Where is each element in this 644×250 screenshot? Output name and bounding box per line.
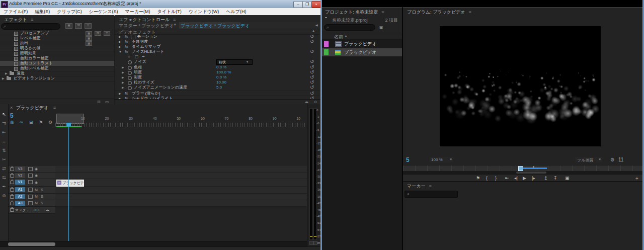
track-mute-button[interactable]: M [35,200,38,206]
track-name-A3[interactable]: A3 [15,201,25,206]
track-output-eye-icon[interactable]: ◉ [35,166,38,172]
mini-scrollbar-thumb[interactable] [516,172,546,174]
param-row-2[interactable]: ▶明度100.0 %↺ [115,70,320,75]
close-button[interactable]: × [311,1,321,8]
minimize-button[interactable]: – [293,1,303,8]
track-name-V2[interactable]: V2 [15,173,25,178]
panel-menu-icon[interactable]: ≡ [429,184,431,189]
disclosure-open-icon[interactable]: ▼ [119,49,122,54]
menu-編集(E)[interactable]: 編集(E) [31,8,53,15]
panel-menu-icon[interactable]: ≡ [469,10,471,15]
effect-row-1[interactable]: ▶fx不透明度↺ [115,39,320,44]
param-row-5[interactable]: ▶ノイズアニメーションの速度5.0↺ [115,85,320,90]
track-name-V1[interactable]: V1 [15,180,25,185]
param-row-4[interactable]: ▶粒のサイズ10.00↺ [115,80,320,85]
project-item-sequence[interactable]: ブラックビデオ [322,48,402,56]
track-name-V3[interactable]: V3 [15,166,25,172]
scrub-playhead[interactable] [518,166,523,171]
menu-ウィンドウ(W)[interactable]: ウィンドウ(W) [185,8,223,15]
track-solo-button[interactable]: S [41,187,43,193]
settings-wrench-icon[interactable]: ⚙ [610,157,615,162]
reset-param-icon[interactable]: ↺ [310,59,314,64]
track-header-A1[interactable]: A1MS [9,187,55,194]
menu-ヘルプ(H)[interactable]: ヘルプ(H) [222,8,250,15]
source-patch-icon[interactable] [28,188,33,192]
source-patch-icon[interactable] [28,201,33,205]
filter-bin-icon[interactable]: ▣ [379,25,383,30]
track-lock-icon[interactable] [10,202,14,205]
reset-effect-icon[interactable]: ↺ [310,49,314,54]
disclosure-arrow-icon[interactable]: ▶ [122,70,124,75]
param-value[interactable]: 100.0 % [216,70,231,75]
markers-search[interactable]: ⌕ [405,191,458,198]
source-patch-icon[interactable] [28,174,33,178]
param-value[interactable]: 0.0 % [216,65,226,70]
track-header-V1[interactable]: V1◉ [9,179,55,187]
track-lane-A3[interactable] [55,200,307,207]
menu-ファイル(F)[interactable]: ファイル(F) [0,8,31,15]
track-solo-button[interactable]: S [41,200,43,206]
stopwatch-icon[interactable] [128,76,132,80]
param-row-1[interactable]: ▶色相0.0 %↺ [115,65,320,70]
stopwatch-icon[interactable] [128,60,132,64]
param-value[interactable]: 0.0 % [216,75,226,80]
keyframe-nav-icon[interactable]: ◂▸ [305,100,308,104]
track-header-master[interactable]: マスター0.0◂▸ [9,207,55,214]
track-lock-icon[interactable] [10,208,14,212]
markers-search-input[interactable] [411,191,450,197]
source-patch-icon[interactable] [28,195,33,199]
zoom-level-select[interactable]: 100 % ▾ [429,157,453,162]
disclosure-arrow-icon[interactable]: ▶ [2,76,5,81]
track-header-A3[interactable]: A3MS [9,200,55,207]
hscrollbar-thumb[interactable] [8,242,55,246]
track-mute-button[interactable]: M [35,187,38,193]
param-value[interactable]: 10.00 [216,80,226,85]
track-output-eye-icon[interactable]: ◉ [35,173,38,179]
panel-menu-icon[interactable]: ≡ [381,10,384,15]
mini-timeline-icon[interactable]: ⊙ [314,100,317,104]
effects-folder-row[interactable]: ▶ビデオトランジション [0,76,114,81]
stopwatch-icon[interactable] [128,71,132,75]
disclosure-arrow-icon[interactable]: ▶ [122,85,124,90]
track-lane-A2[interactable] [55,194,307,200]
project-search-input[interactable] [331,25,368,30]
menu-マーカー(M)[interactable]: マーカー(M) [122,8,154,15]
noise-type-dropdown[interactable]: 粒状▾ [216,59,253,65]
effect-row-2[interactable]: ▶fxタイムリマップ [115,44,320,49]
program-timecode[interactable]: 5 [406,156,410,163]
track-lock-icon[interactable] [10,195,14,199]
mask-ellipse-icon[interactable]: ○ [128,54,130,59]
master-volume-value[interactable]: 0.0 [34,207,39,213]
track-header-A2[interactable]: A2MS [9,194,55,200]
window-titlebar[interactable]: Pr Adobe Premiere Pro CC - J:¥dokococo¥o… [0,0,320,9]
keyframe-nav-icon[interactable]: ◂▸ [46,207,49,213]
playhead-line[interactable] [68,126,69,241]
reset-param-icon[interactable]: ↺ [310,85,314,90]
project-item-clip[interactable]: ブラックビデオ [322,40,402,48]
restore-button[interactable]: ❐ [302,1,312,8]
track-lock-icon[interactable] [10,168,14,171]
source-patch-icon[interactable] [28,180,33,184]
track-lock-icon[interactable] [10,188,14,192]
new-custom-bin-icon[interactable]: ⊞ [97,100,101,104]
menu-タイトル(T)[interactable]: タイトル(T) [153,8,185,15]
param-row-0[interactable]: ノイズ粒状▾↺ [115,59,320,64]
track-lane-V2[interactable] [55,173,307,179]
stopwatch-icon[interactable] [128,81,132,85]
track-lane-V1[interactable] [55,179,307,187]
track-lane-V3[interactable] [55,166,307,173]
track-name-A1[interactable]: A1 [15,187,25,192]
timeline-clip-black-video[interactable]: fx ブラックビデオ [56,180,84,187]
source-patch-icon[interactable] [28,167,33,171]
track-lock-icon[interactable] [10,181,14,184]
track-solo-button[interactable]: S [41,194,43,200]
track-header-V2[interactable]: V2◉ [9,173,55,179]
track-output-eye-icon[interactable]: ◉ [35,179,38,186]
track-header-V3[interactable]: V3◉ [9,166,55,173]
project-search[interactable]: ⌕ [324,24,375,31]
effect-row-3[interactable]: ▼fxノイズHLSオート↺ [115,49,320,54]
track-lock-icon[interactable] [10,174,14,178]
stopwatch-icon[interactable] [128,86,132,90]
disclosure-arrow-icon[interactable]: ▶ [5,71,8,76]
playback-quality-select[interactable]: フル画質 ▾ [575,157,602,162]
